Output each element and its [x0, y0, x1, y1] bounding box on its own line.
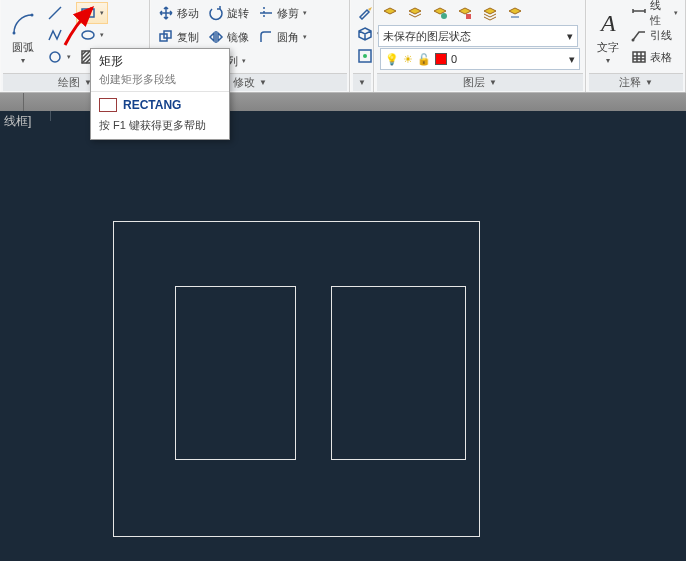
layer-state-select[interactable]: 未保存的图层状态 ▾ [378, 25, 578, 47]
panel-util-drop[interactable]: ▼ [353, 73, 371, 91]
move-label: 移动 [177, 6, 199, 21]
panel-util: ▾ ▼ [350, 0, 374, 92]
chevron-down-icon: ▾ [21, 56, 25, 65]
arc-button[interactable]: 圆弧 ▾ [4, 2, 42, 72]
leader-button[interactable]: 引线 [627, 24, 682, 46]
layer-select[interactable]: 💡 ☀ 🔓 0 ▾ [380, 48, 580, 70]
polyline-icon [47, 27, 63, 43]
layer-btn-4[interactable] [453, 2, 477, 24]
circle-button[interactable]: ▾ [43, 46, 75, 68]
linear-button[interactable]: 线性▾ [627, 2, 682, 24]
panel-annotation: A 文字 ▾ 线性▾ 引线 表格 注释 ▼ [586, 0, 686, 92]
rectangle-cmd-icon [99, 98, 117, 112]
panel-title-annot[interactable]: 注释 ▼ [589, 73, 683, 91]
layer-btn-5[interactable] [478, 2, 502, 24]
linear-icon [631, 5, 647, 21]
chevron-down-icon: ▾ [100, 31, 104, 39]
chevron-down-icon: ▾ [606, 56, 610, 65]
line-icon [47, 5, 63, 21]
text-label: 文字 [597, 40, 619, 55]
mirror-label: 镜像 [227, 30, 249, 45]
trim-icon [258, 5, 274, 21]
line-button[interactable] [43, 2, 75, 24]
text-icon: A [594, 10, 622, 38]
chevron-down-icon: ▼ [259, 78, 267, 87]
arc-icon [9, 10, 37, 38]
ellipse-button[interactable]: ▾ [76, 24, 108, 46]
viewport-label: 线框] [0, 111, 35, 132]
tooltip-subtitle: 创建矩形多段线 [99, 72, 221, 87]
text-button[interactable]: A 文字 ▾ [590, 2, 626, 72]
util-2[interactable]: ▾ [353, 23, 373, 45]
panel-title-label: 绘图 [58, 75, 80, 90]
leader-icon [631, 27, 647, 43]
svg-rect-3 [82, 9, 94, 17]
layer-icon [407, 5, 423, 21]
ruler-mark [50, 111, 51, 121]
copy-button[interactable]: 复制 [154, 26, 203, 48]
bulb-icon: 💡 [385, 53, 399, 66]
chevron-down-icon: ▾ [100, 9, 104, 17]
copy-icon [158, 29, 174, 45]
fillet-label: 圆角 [277, 30, 299, 45]
block-icon [357, 26, 373, 42]
rectangle-button[interactable]: ▾ [76, 2, 108, 24]
lock-icon: 🔓 [417, 53, 431, 66]
svg-point-2 [50, 52, 60, 62]
layer-btn-6[interactable] [503, 2, 527, 24]
layer-icon [507, 5, 523, 21]
color-swatch [435, 53, 447, 65]
ellipse-icon [80, 27, 96, 43]
chevron-down-icon: ▾ [67, 53, 71, 61]
leader-label: 引线 [650, 28, 672, 43]
strip-tab[interactable] [0, 93, 24, 111]
layer-icon [432, 5, 448, 21]
util-1[interactable] [353, 1, 373, 23]
table-label: 表格 [650, 50, 672, 65]
chevron-down-icon: ▾ [569, 53, 575, 66]
polyline-button[interactable] [43, 24, 75, 46]
layer-name: 0 [451, 53, 457, 65]
layer-btn-1[interactable] [378, 2, 402, 24]
util-3[interactable] [353, 45, 373, 67]
sun-icon: ☀ [403, 53, 413, 66]
mirror-button[interactable]: 镜像 [204, 26, 253, 48]
layer-icon [482, 5, 498, 21]
layer-btn-2[interactable] [403, 2, 427, 24]
svg-point-1 [13, 31, 16, 34]
table-button[interactable]: 表格 [627, 46, 682, 68]
panel-title-layer[interactable]: 图层 ▼ [377, 73, 583, 91]
fillet-button[interactable]: 圆角▾ [254, 26, 311, 48]
panel-layer: 未保存的图层状态 ▾ 💡 ☀ 🔓 0 ▾ 图层 ▼ [374, 0, 586, 92]
chevron-down-icon: ▼ [489, 78, 497, 87]
panel-title-label: 修改 [233, 75, 255, 90]
mirror-icon [208, 29, 224, 45]
tooltip-hint: 按 F1 键获得更多帮助 [91, 118, 229, 139]
chevron-down-icon: ▼ [645, 78, 653, 87]
move-button[interactable]: 移动 [154, 2, 203, 24]
svg-point-0 [31, 13, 34, 16]
table-icon [631, 49, 647, 65]
rect-inner-left[interactable] [175, 286, 296, 460]
tooltip-command: RECTANG [123, 98, 181, 112]
rotate-label: 旋转 [227, 6, 249, 21]
fillet-icon [258, 29, 274, 45]
chevron-down-icon: ▾ [567, 30, 573, 43]
svg-rect-19 [633, 52, 645, 62]
group-icon [357, 48, 373, 64]
drawing-canvas[interactable]: 线框] [0, 111, 686, 561]
brush-icon [357, 4, 373, 20]
trim-button[interactable]: 修剪▾ [254, 2, 311, 24]
rect-inner-right[interactable] [331, 286, 466, 460]
trim-label: 修剪 [277, 6, 299, 21]
circle-icon [47, 49, 63, 65]
arc-label: 圆弧 [12, 40, 34, 55]
svg-point-15 [363, 54, 367, 58]
rotate-button[interactable]: 旋转 [204, 2, 253, 24]
layer-btn-3[interactable] [428, 2, 452, 24]
layer-state-value: 未保存的图层状态 [383, 29, 471, 44]
rectangle-tooltip: 矩形 创建矩形多段线 RECTANG 按 F1 键获得更多帮助 [90, 48, 230, 140]
svg-point-4 [82, 31, 94, 39]
rectangle-icon [80, 5, 96, 21]
copy-label: 复制 [177, 30, 199, 45]
